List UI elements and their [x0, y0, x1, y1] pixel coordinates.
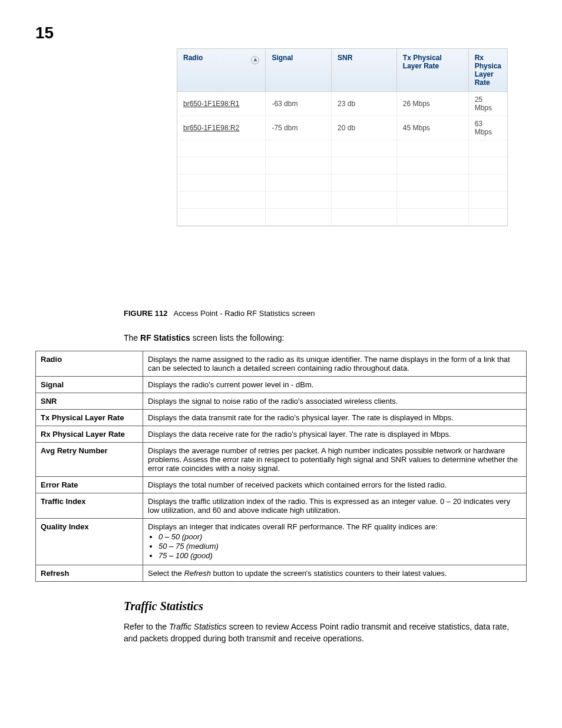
definition-row: SignalDisplays the radio's current power… [36, 377, 527, 393]
definitions-table: RadioDisplays the name assigned to the r… [35, 351, 527, 582]
radio-link[interactable]: br650-1F1E98:R2 [177, 116, 266, 140]
grid-row: br650-1F1E98:R2 -75 dbm 20 db 45 Mbps 63… [177, 116, 507, 140]
cell-tx: 26 Mbps [396, 92, 468, 116]
radio-link[interactable]: br650-1F1E98:R1 [177, 92, 266, 116]
cell-rx: 25 Mbps [468, 92, 507, 116]
definition-term: Signal [36, 377, 143, 393]
definition-row: Avg Retry NumberDisplays the average num… [36, 443, 527, 477]
definition-row: Traffic IndexDisplays the traffic utiliz… [36, 493, 527, 519]
col-header-rx[interactable]: Rx Physica Layer Rate [468, 49, 507, 92]
definition-desc: Displays the traffic utilization index o… [143, 493, 527, 519]
definition-term: Quality Index [36, 519, 143, 565]
definition-row: Error RateDisplays the total number of r… [36, 477, 527, 493]
col-header-radio[interactable]: Radio ▲ [177, 49, 266, 92]
intro-bold: RF Statistics [140, 333, 190, 342]
col-header-label: Tx Physical Layer Rate [403, 54, 442, 70]
section-heading: Traffic Statistics [124, 599, 527, 613]
grid-header-row: Radio ▲ Signal SNR Tx Physical Layer Rat… [177, 49, 507, 92]
col-header-tx[interactable]: Tx Physical Layer Rate [396, 49, 468, 92]
list-item: 50 – 75 (medium) [158, 542, 521, 551]
figure-label: FIGURE 112 [124, 309, 167, 318]
grid-row: br650-1F1E98:R1 -63 dbm 23 db 26 Mbps 25… [177, 92, 507, 116]
definition-desc: Displays the data receive rate for the r… [143, 426, 527, 443]
cell-snr: 23 db [332, 92, 397, 116]
definition-desc: Displays the radio's current power level… [143, 377, 527, 393]
grid-row-empty [177, 157, 507, 174]
definition-row: RefreshSelect the Refresh button to upda… [36, 565, 527, 582]
definition-row: SNRDisplays the signal to noise ratio of… [36, 393, 527, 410]
definition-row: Quality IndexDisplays an integer that in… [36, 519, 527, 565]
col-header-label: Rx Physica Layer Rate [475, 54, 501, 87]
cell-tx: 45 Mbps [396, 116, 468, 140]
col-header-label: SNR [338, 54, 352, 62]
definition-term: Refresh [36, 565, 143, 582]
definition-row: Rx Physical Layer RateDisplays the data … [36, 426, 527, 443]
definition-desc: Displays the signal to noise ratio of th… [143, 393, 527, 410]
definition-term: Tx Physical Layer Rate [36, 410, 143, 426]
definition-term: Error Rate [36, 477, 143, 493]
page-number: 15 [35, 24, 527, 42]
definition-term: Avg Retry Number [36, 443, 143, 477]
body-pre: Refer to the [124, 622, 169, 631]
grid-row-empty [177, 209, 507, 226]
intro-suffix: screen lists the following: [190, 333, 285, 342]
col-header-label: Signal [272, 54, 293, 62]
definition-row: Tx Physical Layer RateDisplays the data … [36, 410, 527, 426]
col-header-snr[interactable]: SNR [332, 49, 397, 92]
definition-desc: Displays the total number of received pa… [143, 477, 527, 493]
definition-desc: Select the Refresh button to update the … [143, 565, 527, 582]
cell-snr: 20 db [332, 116, 397, 140]
rf-statistics-grid: Radio ▲ Signal SNR Tx Physical Layer Rat… [177, 49, 507, 226]
definition-row: RadioDisplays the name assigned to the r… [36, 351, 527, 377]
definition-term: Radio [36, 351, 143, 377]
list-item: 75 – 100 (good) [158, 551, 521, 560]
definition-term: Traffic Index [36, 493, 143, 519]
grid-row-empty [177, 140, 507, 157]
sort-asc-icon[interactable]: ▲ [251, 56, 259, 64]
body-paragraph: Refer to the Traffic Statistics screen t… [124, 621, 524, 644]
definition-desc: Displays an integer that indicates overa… [143, 519, 527, 565]
cell-signal: -75 dbm [266, 116, 332, 140]
quality-index-list: 0 – 50 (poor)50 – 75 (medium)75 – 100 (g… [158, 532, 521, 560]
definition-desc: Displays the name assigned to the radio … [143, 351, 527, 377]
figure-caption-text: Access Point - Radio RF Statistics scree… [174, 309, 315, 318]
definition-desc: Displays the data transmit rate for the … [143, 410, 527, 426]
grid-row-empty [177, 174, 507, 192]
cell-rx: 63 Mbps [468, 116, 507, 140]
body-italic: Traffic Statistics [169, 622, 227, 631]
definition-term: Rx Physical Layer Rate [36, 426, 143, 443]
list-item: 0 – 50 (poor) [158, 532, 521, 541]
definition-term: SNR [36, 393, 143, 410]
intro-prefix: The [124, 333, 140, 342]
col-header-signal[interactable]: Signal [266, 49, 332, 92]
figure-caption: FIGURE 112 Access Point - Radio RF Stati… [124, 309, 527, 318]
grid-row-empty [177, 192, 507, 209]
intro-line: The RF Statistics screen lists the follo… [124, 333, 527, 342]
col-header-label: Radio [183, 54, 203, 62]
cell-signal: -63 dbm [266, 92, 332, 116]
rf-statistics-screenshot: Radio ▲ Signal SNR Tx Physical Layer Rat… [177, 48, 508, 226]
definition-desc: Displays the average number of retries p… [143, 443, 527, 477]
